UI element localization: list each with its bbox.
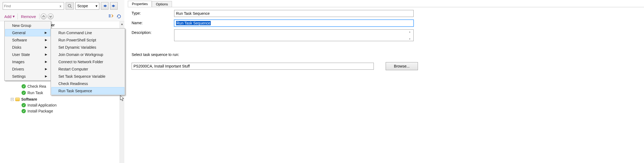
submenu-arrow-icon: ▶ [45, 53, 47, 56]
menu-label: Set Task Sequence Variable [58, 74, 105, 79]
check-icon: ✓ [22, 91, 26, 95]
check-icon: ✓ [22, 109, 26, 113]
svg-rect-2 [105, 5, 107, 6]
menu-drivers[interactable]: Drivers▶ [5, 65, 50, 73]
tree-item[interactable]: ✓Install Application [22, 102, 57, 108]
menu-label: Images [12, 60, 24, 64]
property-tabs: Properties Options [128, 0, 644, 7]
tree-item[interactable]: ✓Check Rea [22, 83, 46, 90]
svg-point-0 [68, 4, 71, 7]
svg-rect-4 [109, 15, 111, 15]
menu-label: Run Task Sequence [58, 89, 92, 93]
menu-join-domain[interactable]: Join Domain or Workgroup [51, 51, 124, 58]
search-button[interactable] [66, 2, 74, 10]
menu-new-group[interactable]: New Group [5, 22, 50, 29]
menu-disks[interactable]: Disks▶ [5, 44, 50, 51]
menu-images[interactable]: Images▶ [5, 58, 50, 65]
clear-search-icon[interactable]: x [58, 4, 63, 8]
folder-icon [15, 98, 20, 101]
textarea-scroll[interactable]: ▴ ▾ [409, 30, 413, 40]
chevron-down-icon: ▾ [13, 14, 15, 19]
task-sequence-field: PS2000CA, Install Important Stuff [132, 63, 374, 70]
menu-label: Drivers [12, 67, 24, 71]
submenu-arrow-icon: ▶ [45, 67, 47, 71]
chevron-down-icon [49, 15, 52, 18]
tree-label: Install Application [27, 103, 57, 107]
move-down-button[interactable] [48, 13, 54, 19]
nav-back-button[interactable] [101, 2, 108, 10]
menu-settings[interactable]: Settings▶ [5, 73, 50, 80]
tab-options[interactable]: Options [152, 1, 172, 7]
remove-button[interactable]: Remove [19, 14, 38, 19]
menu-label: Restart Computer [58, 67, 88, 71]
chevron-down-icon: ▾ [96, 4, 97, 8]
menu-label: New Group [12, 23, 31, 28]
tree-label: Software [21, 97, 37, 101]
type-field: Run Task Sequence [174, 10, 414, 17]
menu-label: Settings [12, 74, 26, 79]
scroll-up-icon[interactable]: ▴ [409, 30, 413, 33]
menu-check-readiness[interactable]: Check Readiness [51, 80, 124, 87]
tree-label: Install Package [27, 109, 53, 113]
menu-label: Run PowerShell Script [58, 38, 96, 42]
menu-label: Set Dynamic Variables [58, 45, 96, 49]
submenu-arrow-icon: ▶ [45, 60, 47, 63]
menu-set-ts-variable[interactable]: Set Task Sequence Variable [51, 73, 124, 80]
refresh-icon[interactable] [116, 14, 122, 19]
svg-rect-5 [109, 16, 111, 16]
menu-label: General [12, 31, 26, 35]
scroll-up-icon[interactable]: ▴ [120, 21, 124, 26]
select-sequence-label: Select task sequence to run: [132, 52, 640, 57]
chevron-up-icon [42, 15, 45, 18]
find-input[interactable] [4, 4, 58, 8]
find-input-container[interactable]: x [3, 2, 64, 10]
action-bar: Add ▾ Remove [0, 12, 124, 21]
list-action-icon[interactable] [108, 14, 114, 19]
scope-label: Scope [77, 4, 88, 8]
divider [17, 13, 18, 19]
collapse-icon[interactable]: − [11, 98, 14, 101]
svg-rect-3 [112, 5, 114, 6]
submenu-arrow-icon: ▶ [45, 45, 47, 49]
check-icon: ✓ [22, 103, 26, 107]
name-label: Name: [132, 20, 174, 25]
top-toolbar: x Scope ▾ [0, 0, 124, 12]
submenu-arrow-icon: ▶ [45, 38, 47, 42]
menu-label: Join Domain or Workgroup [58, 52, 103, 57]
menu-label: Disks [12, 45, 21, 49]
menu-label: Run Command Line [58, 31, 92, 35]
name-field[interactable]: Run Task Sequence [174, 20, 414, 27]
add-label: Add [4, 14, 12, 19]
menu-user-state[interactable]: User State▶ [5, 51, 50, 58]
scope-dropdown[interactable]: Scope ▾ [75, 2, 99, 10]
submenu-arrow-icon: ▶ [45, 75, 47, 78]
description-field[interactable]: ▴ ▾ [174, 29, 414, 41]
tree-label: Run Task [27, 91, 43, 95]
tree-item[interactable]: ✓Install Package [22, 108, 53, 114]
menu-software[interactable]: Software▶ [5, 36, 50, 44]
tab-properties[interactable]: Properties [128, 1, 152, 7]
menu-label: Software [12, 38, 27, 42]
arrow-right-icon [111, 4, 116, 8]
menu-restart-computer[interactable]: Restart Computer [51, 65, 124, 73]
add-menu: New Group General▶ Software▶ Disks▶ User… [4, 21, 51, 81]
tree-item[interactable]: − Software [11, 96, 37, 102]
name-value-selected: Run Task Sequence [176, 21, 211, 25]
tree-item[interactable]: ✓Run Task [22, 90, 43, 96]
menu-general[interactable]: General▶ [5, 29, 50, 36]
menu-label: Connect to Network Folder [58, 60, 103, 64]
nav-forward-button[interactable] [110, 2, 118, 10]
scroll-down-icon[interactable]: ▾ [409, 37, 413, 40]
check-icon: ✓ [22, 84, 26, 88]
divider [39, 13, 40, 19]
tree-label: Check Rea [27, 84, 46, 88]
menu-set-dynamic-vars[interactable]: Set Dynamic Variables [51, 44, 124, 51]
move-up-button[interactable] [41, 13, 47, 19]
menu-run-powershell[interactable]: Run PowerShell Script [51, 36, 124, 44]
menu-run-command-line[interactable]: Run Command Line [51, 29, 124, 36]
menu-run-task-sequence[interactable]: Run Task Sequence [51, 87, 124, 94]
menu-label: Check Readiness [58, 82, 88, 86]
menu-connect-network[interactable]: Connect to Network Folder [51, 58, 124, 65]
add-button[interactable]: Add ▾ [3, 13, 16, 19]
browse-button[interactable]: Browse... [386, 62, 418, 70]
